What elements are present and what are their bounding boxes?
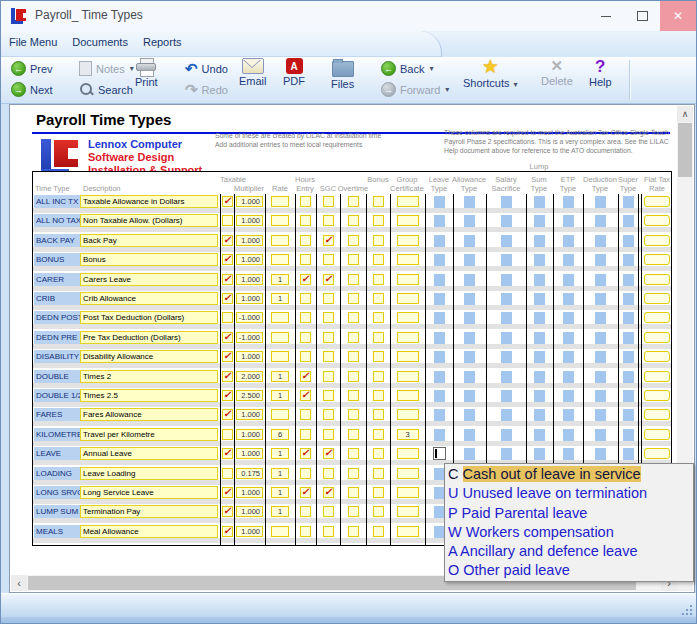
cell-time-type[interactable]: DOUBLE 1/2 [34, 389, 80, 402]
cell-flat_tax_rate[interactable] [644, 448, 670, 459]
cell-group_certificate[interactable] [397, 487, 419, 498]
cell-taxable[interactable]: ✓ [222, 409, 233, 420]
cell-lump_sum_type[interactable] [534, 409, 545, 421]
pdf-button[interactable]: A PDF [283, 58, 305, 102]
popup-item[interactable]: A Ancillary and defence leave [448, 542, 690, 561]
cell-flat_tax_rate[interactable] [644, 332, 670, 343]
cell-etp_type[interactable] [563, 390, 574, 402]
cell-allowance_type[interactable] [464, 371, 475, 383]
prev-button[interactable]: ←Prev [9, 58, 55, 79]
cell-overtime[interactable] [348, 390, 359, 401]
cell-hours_entry[interactable]: ✓ [300, 274, 311, 285]
cell-super_type[interactable] [623, 235, 634, 247]
cell-flat_tax_rate[interactable] [644, 429, 670, 440]
cell-taxable[interactable]: ✓ [222, 274, 233, 285]
cell-deduction_type[interactable] [595, 332, 606, 344]
cell-sgc[interactable] [323, 254, 334, 265]
cell-lump_sum_type[interactable] [534, 274, 545, 286]
cell-overtime[interactable] [348, 312, 359, 323]
cell-description[interactable]: Meal Allowance [80, 525, 218, 538]
cell-rate[interactable]: 1 [271, 274, 289, 285]
cell-bonus[interactable] [373, 332, 384, 343]
cell-deduction_type[interactable] [595, 371, 606, 383]
cell-leave_type[interactable] [434, 351, 445, 363]
cell-leave_type[interactable] [434, 312, 445, 324]
cell-etp_type[interactable] [563, 448, 574, 460]
cell-sgc[interactable] [323, 371, 334, 382]
cell-bonus[interactable] [373, 235, 384, 246]
cell-description[interactable]: Carers Leave [80, 273, 218, 286]
cell-allowance_type[interactable] [464, 448, 475, 460]
cell-leave_type[interactable] [434, 235, 445, 247]
cell-description[interactable]: Pre Tax Deduction (Dollars) [80, 331, 218, 344]
popup-item[interactable]: U Unused leave on termination [448, 484, 690, 503]
cell-taxable[interactable] [222, 215, 233, 226]
cell-group_certificate[interactable] [397, 351, 419, 362]
cell-time-type[interactable]: LEAVE [34, 447, 80, 460]
cell-deduction_type[interactable] [595, 274, 606, 286]
cell-bonus[interactable] [373, 274, 384, 285]
cell-taxable[interactable]: ✓ [222, 526, 233, 537]
cell-taxable[interactable]: ✓ [222, 351, 233, 362]
menu-documents[interactable]: Documents [72, 36, 128, 48]
cell-rate[interactable]: 1 [271, 506, 289, 517]
cell-bonus[interactable] [373, 448, 384, 459]
cell-group_certificate[interactable] [397, 196, 419, 207]
cell-etp_type[interactable] [563, 351, 574, 363]
cell-overtime[interactable] [348, 351, 359, 362]
cell-flat_tax_rate[interactable] [644, 235, 670, 246]
cell-flat_tax_rate[interactable] [644, 312, 670, 323]
cell-bonus[interactable] [373, 468, 384, 479]
cell-lump_sum_type[interactable] [534, 235, 545, 247]
help-button[interactable]: ? Help [589, 58, 612, 102]
cell-rate[interactable] [271, 215, 289, 226]
cell-multiplier[interactable]: 1.000 [236, 506, 263, 517]
cell-salary_sacrifice[interactable] [501, 351, 512, 363]
cell-sgc[interactable] [323, 468, 334, 479]
cell-time-type[interactable]: MEALS [34, 525, 80, 538]
cell-deduction_type[interactable] [595, 293, 606, 305]
cell-etp_type[interactable] [563, 429, 574, 441]
cell-super_type[interactable] [623, 409, 634, 421]
cell-rate[interactable]: 1 [271, 487, 289, 498]
search-button[interactable]: Search [77, 79, 136, 100]
cell-leave_type[interactable] [434, 468, 445, 480]
menu-file[interactable]: File Menu [9, 36, 57, 48]
cell-sgc[interactable] [323, 312, 334, 323]
cell-taxable[interactable] [222, 312, 233, 323]
cell-etp_type[interactable] [563, 312, 574, 324]
cell-leave_type[interactable] [434, 409, 445, 421]
cell-deduction_type[interactable] [595, 312, 606, 324]
cell-overtime[interactable] [348, 526, 359, 537]
cell-description[interactable]: Taxable Allowance in Dollars [80, 195, 218, 208]
cell-sgc[interactable] [323, 351, 334, 362]
cell-time-type[interactable]: DEDN POST [34, 311, 80, 324]
resize-grip-icon[interactable] [680, 603, 692, 615]
cell-flat_tax_rate[interactable] [644, 215, 670, 226]
cell-hours_entry[interactable] [300, 468, 311, 479]
cell-flat_tax_rate[interactable] [644, 196, 670, 207]
cell-leave_type[interactable] [434, 487, 445, 499]
cell-multiplier[interactable]: 1.000 [236, 429, 263, 440]
close-button[interactable]: ✕ [660, 1, 696, 31]
cell-allowance_type[interactable] [464, 235, 475, 247]
cell-multiplier[interactable]: 1.000 [236, 274, 263, 285]
undo-button[interactable]: ↶Undo [183, 58, 230, 79]
cell-etp_type[interactable] [563, 371, 574, 383]
cell-super_type[interactable] [623, 448, 634, 460]
shortcuts-button[interactable]: ★ Shortcuts ▾ [463, 58, 518, 102]
cell-description[interactable]: Long Service Leave [80, 486, 218, 499]
cell-flat_tax_rate[interactable] [644, 293, 670, 304]
cell-sgc[interactable] [323, 196, 334, 207]
cell-salary_sacrifice[interactable] [501, 371, 512, 383]
next-button[interactable]: →Next [9, 79, 55, 100]
cell-deduction_type[interactable] [595, 448, 606, 460]
cell-sgc[interactable] [323, 390, 334, 401]
cell-time-type[interactable]: LUMP SUM A [34, 505, 80, 518]
cell-sgc[interactable] [323, 293, 334, 304]
cell-description[interactable]: Non Taxable Allow. (Dollars) [80, 214, 218, 227]
cell-lump_sum_type[interactable] [534, 429, 545, 441]
cell-time-type[interactable]: DOUBLE [34, 370, 80, 383]
cell-salary_sacrifice[interactable] [501, 215, 512, 227]
cell-rate[interactable] [271, 332, 289, 343]
